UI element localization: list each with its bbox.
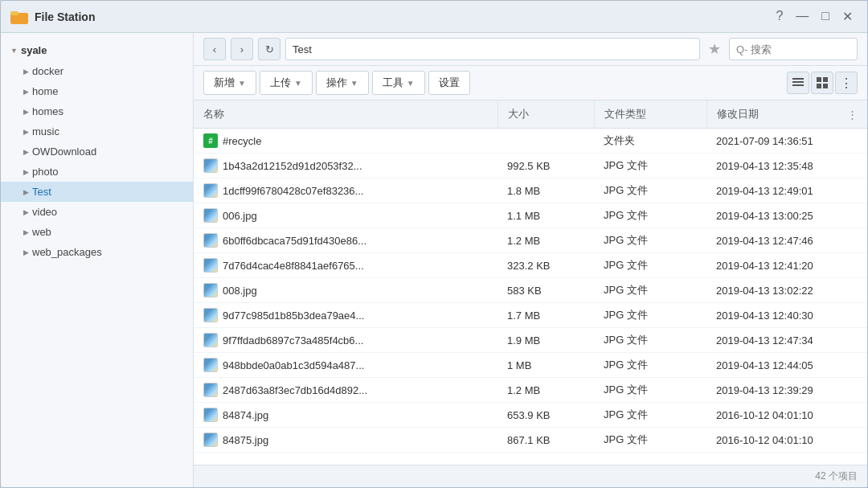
file-type-cell: JPG 文件 xyxy=(594,178,706,203)
sidebar-root[interactable]: syale xyxy=(1,39,193,61)
sidebar-item-photo[interactable]: photo xyxy=(1,162,193,182)
more-view-options-button[interactable]: ⋮ xyxy=(835,72,858,94)
table-row[interactable]: 6b0ff6dbcaca75d91fd430e86... 1.2 MB JPG … xyxy=(194,228,867,253)
refresh-button[interactable]: ↻ xyxy=(258,38,280,60)
action-button[interactable]: 操作 ▼ xyxy=(316,71,369,95)
file-name: 948bbde0a0ab1c3d594a487... xyxy=(223,359,364,371)
sidebar-item-label: music xyxy=(32,125,59,137)
forward-button[interactable]: › xyxy=(231,38,253,60)
favorite-button[interactable]: ★ xyxy=(705,40,724,58)
file-name: 008.jpg xyxy=(223,285,257,297)
restore-button[interactable]: □ xyxy=(817,7,834,26)
table-row[interactable]: 9f7ffdadb6897c73a485f4cb6... 1.9 MB JPG … xyxy=(194,328,867,353)
search-input[interactable] xyxy=(751,43,847,55)
table-row[interactable]: # #recycle 文件夹 2021-07-09 14:36:51 xyxy=(194,129,867,154)
item-arrow-icon xyxy=(23,208,29,216)
sidebar-item-home[interactable]: home xyxy=(1,81,193,101)
table-row[interactable]: 006.jpg 1.1 MB JPG 文件 2019-04-13 13:00:2… xyxy=(194,203,867,228)
file-type-cell: 文件夹 xyxy=(594,129,706,154)
new-label: 新增 xyxy=(214,76,235,90)
sidebar-root-label: syale xyxy=(21,44,47,56)
file-name-cell: 9d77c985d1b85b3dea79ae4... xyxy=(194,303,497,328)
tools-button[interactable]: 工具 ▼ xyxy=(372,71,425,95)
sidebar-items-container: docker home homes music OWDownload photo… xyxy=(1,61,193,262)
file-date-cell: 2019-04-13 12:47:34 xyxy=(706,328,867,353)
search-icon: Q- xyxy=(736,43,747,55)
file-name-cell: 84874.jpg xyxy=(194,403,497,428)
grid-view-button[interactable] xyxy=(811,72,833,94)
file-type-cell: JPG 文件 xyxy=(594,353,706,378)
file-date-cell: 2019-04-13 13:02:22 xyxy=(706,278,867,303)
titlebar: File Station ? — □ ✕ xyxy=(1,1,867,33)
table-row[interactable]: 7d76d4cac4e8f8841aef6765... 323.2 KB JPG… xyxy=(194,253,867,278)
table-row[interactable]: 2487d63a8f3ec7db16d4d892... 1.2 MB JPG 文… xyxy=(194,378,867,403)
file-name-cell: 84875.jpg xyxy=(194,428,497,453)
file-name: 1b43a2d12152d91d2053f32... xyxy=(223,160,362,172)
table-row[interactable]: 1dcff99f6780428c07ef83236... 1.8 MB JPG … xyxy=(194,178,867,203)
upload-button[interactable]: 上传 ▼ xyxy=(260,71,313,95)
file-name: 7d76d4cac4e8f8841aef6765... xyxy=(223,260,364,272)
table-row[interactable]: 9d77c985d1b85b3dea79ae4... 1.7 MB JPG 文件… xyxy=(194,303,867,328)
svg-rect-3 xyxy=(792,81,804,83)
image-icon xyxy=(203,158,218,173)
sidebar-item-web[interactable]: web xyxy=(1,222,193,242)
sidebar-item-label: Test xyxy=(32,186,51,198)
file-size-cell xyxy=(497,129,594,154)
sidebar-item-owdownload[interactable]: OWDownload xyxy=(1,141,193,162)
item-arrow-icon xyxy=(23,128,29,136)
new-button[interactable]: 新增 ▼ xyxy=(203,71,256,95)
file-date-cell: 2019-04-13 12:44:05 xyxy=(706,353,867,378)
sidebar-item-test[interactable]: Test xyxy=(1,182,193,202)
sidebar-item-web_packages[interactable]: web_packages xyxy=(1,242,193,262)
file-size-cell: 1.7 MB xyxy=(497,303,594,328)
col-name[interactable]: 名称 xyxy=(194,100,497,129)
sidebar-item-video[interactable]: video xyxy=(1,202,193,222)
file-name: 2487d63a8f3ec7db16d4d892... xyxy=(223,384,367,396)
col-more-icon[interactable]: ⋮ xyxy=(847,109,858,121)
tools-label: 工具 xyxy=(383,76,403,90)
path-input[interactable] xyxy=(285,38,700,60)
file-type-cell: JPG 文件 xyxy=(594,403,706,428)
image-icon xyxy=(203,383,218,397)
view-buttons: ⋮ xyxy=(787,72,858,94)
sidebar-item-music[interactable]: music xyxy=(1,121,193,141)
help-button[interactable]: ? xyxy=(771,7,788,26)
file-table: 名称 大小 文件类型 xyxy=(194,100,867,465)
sidebar-item-label: OWDownload xyxy=(32,146,96,158)
sidebar-item-docker[interactable]: docker xyxy=(1,61,193,81)
image-icon xyxy=(203,258,218,273)
file-type-cell: JPG 文件 xyxy=(594,378,706,403)
svg-rect-1 xyxy=(10,11,18,15)
file-name: 6b0ff6dbcaca75d91fd430e86... xyxy=(223,235,366,247)
image-icon xyxy=(203,408,218,422)
upload-label: 上传 xyxy=(270,76,291,90)
back-button[interactable]: ‹ xyxy=(203,38,226,60)
item-arrow-icon xyxy=(23,248,29,256)
file-size-cell: 992.5 KB xyxy=(497,154,594,178)
minimize-button[interactable]: — xyxy=(791,7,813,26)
image-icon xyxy=(203,333,218,347)
sidebar-item-label: video xyxy=(32,206,57,218)
image-icon xyxy=(203,308,218,322)
file-size-cell: 1.2 MB xyxy=(497,228,594,253)
close-button[interactable]: ✕ xyxy=(837,7,858,26)
col-size[interactable]: 大小 xyxy=(497,100,594,129)
col-type[interactable]: 文件类型 xyxy=(594,100,706,129)
file-name-cell: 1dcff99f6780428c07ef83236... xyxy=(194,178,497,203)
col-date[interactable]: 修改日期 ⋮ xyxy=(706,100,867,129)
file-date-cell: 2019-04-13 12:35:48 xyxy=(706,154,867,178)
list-view-button[interactable] xyxy=(787,72,809,94)
table-row[interactable]: 008.jpg 583 KB JPG 文件 2019-04-13 13:02:2… xyxy=(194,278,867,303)
sidebar-item-homes[interactable]: homes xyxy=(1,101,193,121)
app-icon xyxy=(10,8,28,26)
table-row[interactable]: 84875.jpg 867.1 KB JPG 文件 2016-10-12 04:… xyxy=(194,428,867,453)
file-size-cell: 653.9 KB xyxy=(497,403,594,428)
settings-button[interactable]: 设置 xyxy=(428,71,470,95)
file-date-cell: 2019-04-13 12:40:30 xyxy=(706,303,867,328)
table-row[interactable]: 84874.jpg 653.9 KB JPG 文件 2016-10-12 04:… xyxy=(194,403,867,428)
svg-rect-4 xyxy=(792,84,804,86)
item-arrow-icon xyxy=(23,168,29,176)
statusbar: 42 个项目 xyxy=(194,465,867,487)
table-row[interactable]: 1b43a2d12152d91d2053f32... 992.5 KB JPG … xyxy=(194,154,867,178)
table-row[interactable]: 948bbde0a0ab1c3d594a487... 1 MB JPG 文件 2… xyxy=(194,353,867,378)
